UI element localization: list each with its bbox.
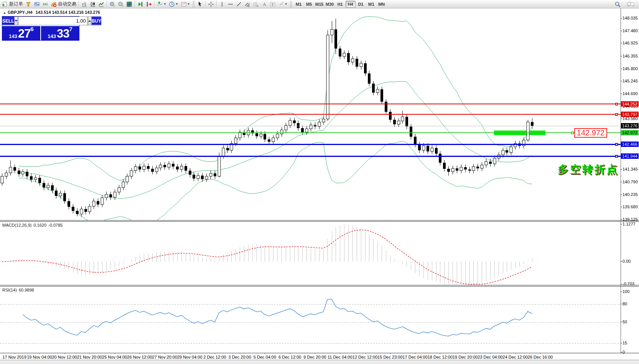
timeframe-group: M1M5M15M30H1H4D1W1MN (294, 1, 387, 8)
price-axis-tick: 148.035 (623, 16, 638, 20)
resistance-line-143797[interactable] (0, 114, 621, 115)
zoom-in-icon[interactable] (108, 0, 117, 8)
time-axis-tick (215, 353, 215, 354)
periods-icon[interactable]: ▼ (168, 0, 180, 8)
trendline-icon[interactable] (235, 0, 243, 8)
toolbar-grip[interactable] (193, 1, 194, 7)
collapse-arrow-icon[interactable]: ▲ (3, 11, 6, 15)
svg-text:A: A (263, 2, 266, 7)
pivot-line-142972[interactable] (0, 132, 621, 133)
macd-axis-tick: 1.1277 (623, 222, 636, 226)
horizontal-line-icon[interactable] (226, 0, 235, 8)
fibonacci-icon[interactable]: F (252, 0, 260, 8)
chart-ohlc-values: 143.514 143.514 143.216 143.276 (36, 10, 100, 15)
volume-decrease-button[interactable] (14, 16, 18, 25)
time-axis-tick (290, 353, 290, 354)
cursor-icon[interactable] (196, 0, 204, 8)
resistance-line-144252[interactable] (0, 104, 621, 104)
line-handle[interactable] (615, 103, 618, 105)
price-axis-tick: 139.125 (623, 217, 638, 222)
new-order-icon (2, 1, 8, 7)
chat-icon[interactable] (625, 0, 636, 8)
arrows-icon[interactable]: ▼ (277, 0, 289, 8)
dropdown-caret: ▼ (175, 2, 178, 6)
line-chart-icon[interactable] (97, 0, 105, 8)
price-axis-tick: 145.800 (623, 66, 638, 71)
timeframe-button-m1[interactable]: M1 (294, 1, 304, 8)
text-icon[interactable]: A (260, 0, 268, 8)
macd-value-signal: -0.0785 (48, 223, 63, 227)
buy-button[interactable]: BUY (92, 16, 101, 25)
panel-separator[interactable] (0, 220, 639, 222)
toolbar-separator (154, 1, 155, 8)
volume-input[interactable] (18, 16, 88, 25)
candlestick-chart-icon[interactable] (89, 0, 97, 8)
timeframe-button-m30[interactable]: M30 (325, 1, 335, 8)
timeframe-button-m5[interactable]: M5 (304, 1, 314, 8)
bar-chart-icon[interactable] (80, 0, 89, 8)
time-axis-tick (40, 353, 40, 354)
timeframe-button-mn[interactable]: MN (377, 1, 387, 8)
toolbar-separator (135, 1, 135, 8)
volume-increase-button[interactable] (88, 16, 92, 25)
timeframe-button-m15[interactable]: M15 (315, 1, 324, 8)
tile-windows-icon[interactable] (125, 0, 133, 8)
line-handle[interactable] (615, 155, 618, 158)
time-axis-label: 15 Dec 23:00 (377, 355, 402, 359)
support-line-141944[interactable] (0, 156, 621, 157)
toolbar-separator (205, 1, 206, 8)
rsi-canvas[interactable] (0, 287, 621, 352)
rsi-axis-tick: 100 (623, 289, 629, 294)
time-axis-tick (265, 353, 265, 354)
toolbar-separator (79, 1, 79, 8)
rsi-axis-tick: 80 (623, 301, 627, 306)
timeframe-button-w1[interactable]: W1 (366, 1, 376, 8)
auto-trading-button[interactable]: 自动交易 (49, 0, 77, 8)
support-line-142466[interactable] (0, 144, 621, 145)
timeframe-button-h1[interactable]: H1 (335, 1, 345, 8)
line-handle[interactable] (571, 132, 574, 134)
text-label-icon[interactable]: T (268, 0, 277, 8)
price-callout-box[interactable]: 142.972 (574, 128, 607, 138)
time-axis-label: 2 Dec 12:00 (203, 355, 226, 359)
price-axis-tick: 144.690 (623, 91, 638, 96)
signals-icon[interactable] (41, 0, 49, 8)
profiles-icon[interactable] (24, 0, 33, 8)
one-click-trading-widget: SELL BUY 143 27 6 143 33 7 (2, 16, 79, 41)
sell-price-display[interactable]: 143 27 6 (2, 26, 41, 40)
toolbar-grip[interactable] (290, 1, 292, 7)
time-axis-label: 27 Nov 20:00 (152, 355, 177, 359)
svg-text:E: E (248, 5, 250, 7)
price-axis-badge: 142.972 (621, 130, 639, 135)
line-handle[interactable] (615, 113, 618, 116)
sell-button[interactable]: SELL (2, 16, 14, 25)
bid-price-line[interactable] (0, 126, 621, 126)
timeframe-button-h4[interactable]: H4 (346, 1, 356, 8)
chart-shift-icon[interactable] (145, 0, 153, 8)
chart-title: ▲GBPJPY-,H4143.514 143.514 143.216 143.2… (3, 10, 100, 15)
channel-icon[interactable]: E (243, 0, 252, 8)
timeframe-button-d1[interactable]: D1 (356, 1, 366, 8)
search-icon[interactable] (613, 0, 622, 8)
templates-icon[interactable]: ▼ (180, 0, 191, 8)
chinese-annotation-text[interactable]: 多空转折点 (558, 162, 619, 177)
time-axis-label: 6 Dec 12:00 (278, 355, 301, 359)
autoscroll-icon[interactable] (136, 0, 145, 8)
auto-trading-label: 自动交易 (58, 1, 76, 7)
crosshair-icon[interactable] (207, 0, 215, 8)
price-axis-tick: 143.580 (623, 116, 638, 121)
vertical-line-icon[interactable] (218, 0, 226, 8)
macd-canvas[interactable] (0, 222, 621, 285)
price-axis-badge: 142.466 (621, 142, 639, 147)
price-axis-badge: 143.797 (621, 112, 639, 117)
new-order-button[interactable]: 新订单 (1, 0, 24, 8)
buy-price-display[interactable]: 143 33 7 (41, 26, 79, 40)
zoom-out-icon[interactable] (117, 0, 125, 8)
navigator-icon[interactable] (33, 0, 41, 8)
panel-separator[interactable] (0, 285, 639, 287)
macd-name: MACD(12,26,9) (2, 223, 31, 227)
line-handle[interactable] (615, 143, 618, 146)
price-axis-border (621, 8, 621, 353)
rsi-name: RSI(14) (2, 288, 17, 292)
indicators-icon[interactable]: ▼ (156, 0, 168, 8)
